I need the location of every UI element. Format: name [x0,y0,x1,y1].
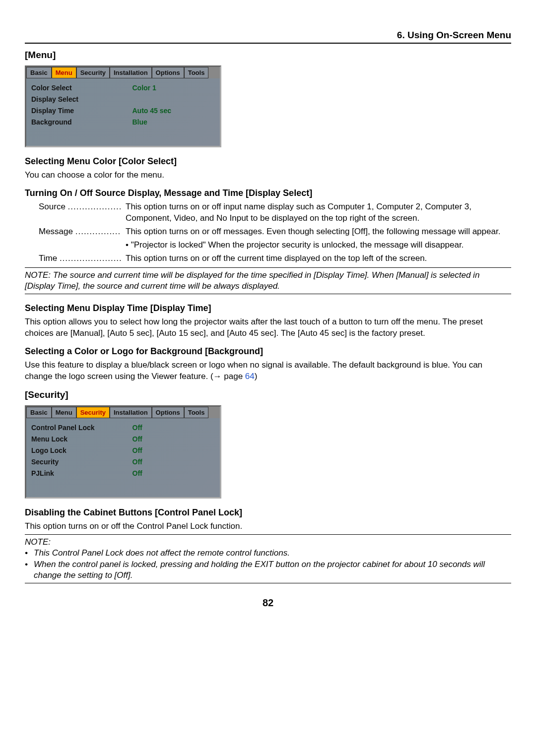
note-item: This Control Panel Lock does not affect … [34,548,290,559]
tab-tools: Tools [184,407,209,418]
def-desc-message: This option turns on or off messages. Ev… [126,226,511,238]
display-select-definitions: Source ................... This option t… [25,201,511,264]
sec-row-label: Security [31,456,133,468]
note-item: When the control panel is locked, pressi… [34,559,511,581]
def-term-source: Source ................... [25,201,126,224]
menu-row-value: Blue [133,117,215,128]
def-term-message: Message ................ [25,226,126,238]
sec-row-label: PJLink [31,468,133,479]
sec-row-value: Off [133,468,215,479]
sec-row-label: Menu Lock [31,434,133,445]
cpl-text: This option turns on or off the Control … [25,521,511,532]
menu-bracket-heading: [Menu] [25,50,511,61]
tab-security: Security [76,407,110,418]
background-text: Use this feature to display a blue/black… [25,360,511,382]
security-bracket-heading: [Security] [25,389,511,400]
menu-row-value [133,94,215,105]
background-heading: Selecting a Color or Logo for Background… [25,346,511,357]
tab-options: Options [152,67,184,78]
note-label: NOTE: [25,537,511,548]
tab-tools: Tools [184,67,209,78]
security-tabs: Basic Menu Security Installation Options… [26,407,220,418]
sec-row-value: Off [133,445,215,456]
section-header: 6. Using On-Screen Menu [25,30,511,44]
bullet-icon: • [25,559,34,581]
sec-row-label: Control Panel Lock [31,422,133,434]
display-select-heading: Turning On / Off Source Display, Message… [25,188,511,198]
menu-row-value: Color 1 [133,82,215,94]
def-desc-source: This option turns on or off input name d… [126,201,511,224]
sec-row-value: Off [133,456,215,468]
display-time-text: This option allows you to select how lon… [25,316,511,339]
tab-installation: Installation [110,407,152,418]
tab-security: Security [76,67,110,78]
tab-options: Options [152,407,184,418]
menu-row-value: Auto 45 sec [133,105,215,117]
sec-row-value: Off [133,422,215,434]
cpl-note: NOTE: • This Control Panel Lock does not… [25,534,511,583]
sec-row-value: Off [133,434,215,445]
menu-tabs: Basic Menu Security Installation Options… [26,67,220,78]
display-select-note: NOTE: The source and current time will b… [25,267,511,294]
tab-menu: Menu [52,67,76,78]
cpl-heading: Disabling the Cabinet Buttons [Control P… [25,507,511,518]
security-screenshot: Basic Menu Security Installation Options… [25,405,221,499]
display-time-heading: Selecting Menu Display Time [Display Tim… [25,303,511,314]
menu-screenshot: Basic Menu Security Installation Options… [25,65,221,147]
sec-row-label: Logo Lock [31,445,133,456]
color-select-heading: Selecting Menu Color [Color Select] [25,156,511,167]
def-term-time: Time ...................... [25,253,126,264]
menu-row-label: Display Select [31,94,133,105]
page-number: 82 [25,597,511,609]
tab-basic: Basic [26,67,52,78]
menu-row-label: Background [31,117,133,128]
color-select-text: You can choose a color for the menu. [25,170,511,181]
menu-row-label: Color Select [31,82,133,94]
tab-menu: Menu [52,407,76,418]
menu-row-label: Display Time [31,105,133,117]
tab-basic: Basic [26,407,52,418]
bullet-icon: • [25,548,34,559]
tab-installation: Installation [110,67,152,78]
def-sub-message: • "Projector is locked" When the project… [126,240,511,251]
def-desc-time: This option turns on or off the current … [126,253,511,264]
page-link-64[interactable]: 64 [245,372,255,381]
